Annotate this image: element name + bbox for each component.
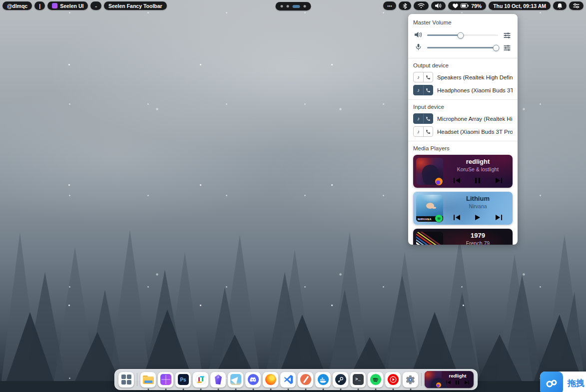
seelen-ui-pill[interactable]: Seelen UI <box>47 1 88 10</box>
running-indicator <box>322 389 324 390</box>
call-route-button[interactable] <box>423 114 433 123</box>
device-name[interactable]: Microphone Array (Realtek High Def... <box>437 116 513 122</box>
heart-icon <box>453 3 458 8</box>
workspace-dot-1[interactable] <box>280 5 283 7</box>
dock-item-seelen-ui[interactable] <box>158 372 173 388</box>
running-indicator <box>357 389 359 390</box>
bluetooth-button[interactable] <box>399 1 411 10</box>
phone-icon <box>426 75 431 80</box>
wifi-icon <box>418 3 425 8</box>
music-note-icon: ♪ <box>417 116 420 121</box>
volume-button[interactable] <box>431 1 446 10</box>
running-indicator <box>217 389 219 390</box>
media-route-button[interactable]: ♪ <box>414 85 423 95</box>
device-name[interactable]: Headphones (Xiaomi Buds 3T Pro) <box>437 87 513 93</box>
dock-media-widget[interactable]: redlight <box>425 371 474 388</box>
dock-item-discord[interactable] <box>245 372 261 388</box>
device-name[interactable]: Headset (Xiaomi Buds 3T Pro) <box>437 129 513 135</box>
dock-item-youtube-music[interactable] <box>385 372 401 388</box>
media-players-title: Media Players <box>413 145 513 151</box>
slider-thumb[interactable] <box>457 32 464 38</box>
dock-item-vscode[interactable] <box>280 372 296 388</box>
toolbar-title-pill[interactable]: Seelen Fancy Toolbar <box>104 1 167 10</box>
section-divider <box>408 141 518 141</box>
dock-item-slack[interactable] <box>193 372 208 388</box>
running-indicator <box>340 389 341 390</box>
next-button[interactable] <box>494 214 504 221</box>
pause-icon <box>475 178 480 183</box>
media-route-button[interactable]: ♪ <box>414 72 423 82</box>
dock-item-obsidian[interactable] <box>210 372 226 388</box>
speaker-volume-row <box>414 29 512 41</box>
drag-label: 拖拽 <box>568 378 585 389</box>
media-route-button[interactable]: ♪ <box>414 127 423 136</box>
battery-pill[interactable]: 79% <box>448 1 486 10</box>
dock-item-file-explorer[interactable] <box>140 372 156 388</box>
previous-button[interactable] <box>452 214 462 221</box>
mic-mixer-button[interactable] <box>503 45 512 51</box>
battery-icon <box>461 3 469 8</box>
track-meta: Lithium Nirvana <box>445 195 511 209</box>
dock-item-steam[interactable] <box>333 372 348 388</box>
media-player-card-redlight[interactable]: redlight KoruSe & lostlight <box>413 155 513 188</box>
clock-pill[interactable]: Thu 10 Oct, 09:13 AM <box>489 1 551 10</box>
clock-text: Thu 10 Oct, 09:13 AM <box>493 3 546 9</box>
workspace-switcher[interactable] <box>275 2 311 10</box>
workspace-dot-4[interactable] <box>303 5 306 7</box>
wifi-button[interactable] <box>414 1 429 10</box>
track-artist: Nirvana <box>445 203 511 209</box>
dock-item-paper-plane-app[interactable] <box>228 372 243 388</box>
dock-item-start[interactable] <box>118 372 134 388</box>
dock-item-terminal[interactable]: >_ <box>350 372 366 388</box>
dock-item-pen-tool-app[interactable] <box>298 372 313 388</box>
workspace-dot-3-active[interactable] <box>292 5 300 8</box>
music-note-icon: ♪ <box>417 74 420 80</box>
media-player-card-lithium[interactable]: NIRVANA Lithium Nirvana <box>413 192 513 225</box>
tray-overflow-button[interactable]: ⋯ <box>383 1 397 10</box>
call-route-button[interactable] <box>423 85 433 95</box>
media-player-card-1979[interactable]: 1979 French 79 <box>413 229 513 245</box>
play-button[interactable] <box>473 214 482 221</box>
running-indicator <box>270 389 271 390</box>
dock-item-firefox[interactable] <box>263 372 278 388</box>
dock-item-docker[interactable] <box>315 372 331 388</box>
device-name[interactable]: Speakers (Realtek High Definition A... <box>437 74 513 80</box>
spotify-icon <box>370 374 381 385</box>
pause-button[interactable] <box>473 177 482 184</box>
baidu-netdisk-drag-widget[interactable]: 拖拽 <box>540 372 586 392</box>
terminal-icon: >_ <box>353 374 364 385</box>
master-volume-title: Master Volume <box>413 19 513 25</box>
volume-flyout-panel: Master Volume Output device ♪ <box>408 14 518 245</box>
dash-pill[interactable]: - <box>90 1 101 10</box>
dock-item-settings[interactable] <box>403 372 418 388</box>
speaker-volume-slider[interactable] <box>427 34 498 36</box>
running-indicator <box>235 389 236 390</box>
call-route-button[interactable] <box>423 72 433 82</box>
previous-button[interactable] <box>452 177 462 184</box>
separator-pill[interactable]: | <box>34 1 45 10</box>
paper-plane-app-icon <box>230 374 241 385</box>
next-button[interactable] <box>463 380 471 386</box>
slider-thumb[interactable] <box>493 44 499 51</box>
mic-volume-slider[interactable] <box>427 47 498 48</box>
spotify-app-badge <box>435 215 443 222</box>
workspace-dot-2[interactable] <box>286 5 289 7</box>
dock-divider <box>421 373 422 386</box>
media-route-button[interactable]: ♪ <box>414 114 423 123</box>
user-handle-pill[interactable]: @dlmqc <box>2 1 32 10</box>
running-indicator <box>165 389 166 390</box>
notifications-button[interactable] <box>553 1 567 10</box>
phone-icon <box>426 116 431 121</box>
call-route-button[interactable] <box>423 127 433 136</box>
slider-fill <box>427 47 496 48</box>
quick-settings-button[interactable] <box>569 1 584 10</box>
equalizer-icon <box>504 45 511 51</box>
toolbar-right: ⋯ 79% Thu 10 Oct, 09:13 AM <box>383 1 584 10</box>
next-button[interactable] <box>494 177 504 184</box>
dock-item-spotify[interactable] <box>368 372 383 388</box>
speaker-mixer-button[interactable] <box>503 32 512 38</box>
docker-icon <box>318 374 329 385</box>
device-route-toggle: ♪ <box>413 126 433 137</box>
pause-button[interactable] <box>454 380 461 386</box>
dock-item-photoshop[interactable]: Ps <box>175 372 191 388</box>
